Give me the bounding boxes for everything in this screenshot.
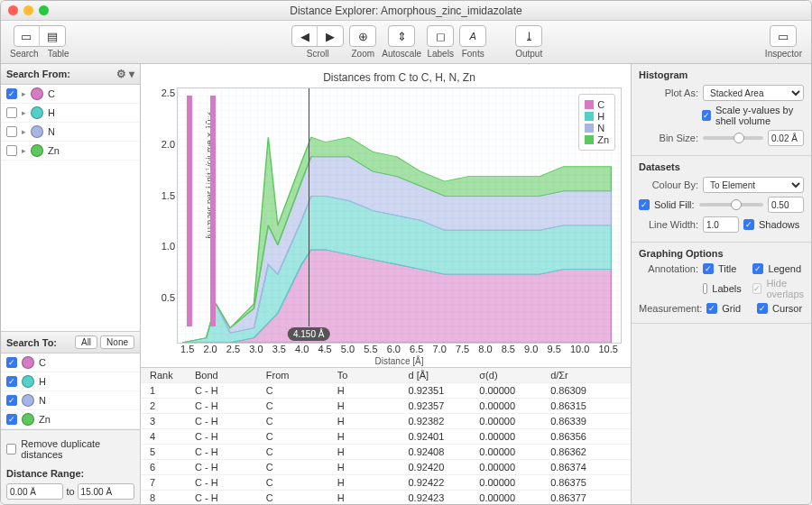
- autoscale-button[interactable]: ⇕: [389, 26, 414, 46]
- element-row[interactable]: ✓ Zn: [1, 410, 140, 429]
- cursor-cb-label: Cursor: [772, 303, 802, 314]
- stacked-area-svg: [178, 88, 621, 343]
- search-from-list: ✓ ▸ C ▸ H ▸ N ▸ Zn: [1, 85, 140, 331]
- range-to-word: to: [66, 486, 74, 497]
- colour-by-select[interactable]: To Element: [703, 177, 804, 193]
- shadows-label: Shadows: [759, 219, 799, 230]
- element-checkbox[interactable]: ✓: [6, 357, 17, 368]
- all-button[interactable]: All: [75, 335, 97, 349]
- disclosure-icon[interactable]: ▸: [22, 108, 26, 117]
- cursor-line[interactable]: [309, 88, 309, 326]
- element-symbol: Zn: [48, 145, 60, 156]
- scale-shell-checkbox[interactable]: ✓: [702, 110, 711, 121]
- window-title: Distance Explorer: Amorphous_zinc_imidaz…: [1, 5, 811, 17]
- title-checkbox[interactable]: ✓: [703, 263, 714, 274]
- table-row[interactable]: 3C - HCH0.923820.000000.86339: [141, 414, 631, 429]
- grid-checkbox[interactable]: ✓: [706, 303, 717, 314]
- disclosure-icon[interactable]: ▸: [22, 89, 26, 98]
- bin-size-value[interactable]: 0.02 Å: [768, 130, 804, 146]
- range-to-input[interactable]: [78, 483, 134, 500]
- scroll-right-button[interactable]: ▶: [318, 26, 343, 46]
- gear-icon[interactable]: ⚙︎ ▾: [116, 68, 134, 80]
- element-checkbox[interactable]: ✓: [6, 88, 17, 99]
- plot-as-select[interactable]: Stacked Area: [703, 85, 804, 101]
- disclosure-icon[interactable]: ▸: [22, 146, 26, 155]
- element-row[interactable]: ✓ C: [1, 354, 140, 372]
- element-swatch-icon: [31, 87, 43, 100]
- x-ticks: 1.52.02.53.03.54.04.55.05.56.06.57.07.58…: [177, 344, 622, 354]
- solid-fill-slider[interactable]: [699, 203, 763, 207]
- titlebar: Distance Explorer: Amorphous_zinc_imidaz…: [1, 1, 811, 21]
- cursor-checkbox[interactable]: ✓: [757, 303, 768, 314]
- line-width-value[interactable]: 1.0: [703, 216, 739, 233]
- bin-size-label: Bin Size:: [639, 133, 698, 143]
- element-symbol: Zn: [39, 414, 51, 425]
- element-symbol: H: [48, 107, 55, 118]
- shadows-checkbox[interactable]: ✓: [743, 219, 754, 230]
- table-row[interactable]: 7C - HCH0.924220.000000.86375: [141, 475, 631, 491]
- element-swatch-icon: [31, 144, 43, 157]
- element-checkbox[interactable]: [6, 126, 17, 137]
- labels-cb-label: Labels: [712, 283, 741, 294]
- fonts-button[interactable]: A: [460, 26, 485, 46]
- table-row[interactable]: 4C - HCH0.924010.000000.86356: [141, 429, 631, 445]
- search-to-list: ✓ C ✓ H ✓ N ✓ Zn: [1, 354, 140, 429]
- labels-label: Labels: [427, 49, 453, 59]
- output-button[interactable]: ⤓: [516, 26, 541, 46]
- element-swatch-icon: [31, 106, 43, 119]
- element-row[interactable]: ✓ N: [1, 391, 140, 410]
- element-checkbox[interactable]: [6, 107, 17, 118]
- solid-fill-value[interactable]: 0.50: [768, 197, 804, 213]
- range-from-input[interactable]: [6, 483, 63, 500]
- legend: CHNZn: [578, 94, 615, 151]
- solid-fill-checkbox[interactable]: ✓: [639, 199, 650, 210]
- search-panel-button[interactable]: ▭: [14, 26, 40, 46]
- line-width-label: Line Width:: [639, 219, 698, 230]
- element-symbol: N: [48, 126, 55, 137]
- bin-size-slider[interactable]: [703, 136, 763, 140]
- y-ticks: 2.52.01.51.00.5: [153, 87, 175, 344]
- element-row[interactable]: ✓ H: [1, 372, 140, 391]
- element-row[interactable]: ✓ ▸ C: [1, 85, 140, 104]
- element-swatch-icon: [22, 356, 34, 369]
- autoscale-label: Autoscale: [382, 49, 421, 59]
- element-checkbox[interactable]: ✓: [6, 376, 17, 387]
- results-table[interactable]: RankBondFromTod [Å]σ(d)d/Σr 1C - HCH0.92…: [141, 367, 631, 504]
- table-row[interactable]: 1C - HCH0.923510.000000.86309: [141, 383, 631, 399]
- distance-range-label: Distance Range:: [6, 468, 134, 479]
- annotation-label: Annotation:: [639, 263, 698, 274]
- labels-checkbox[interactable]: [703, 283, 707, 294]
- legend-checkbox[interactable]: ✓: [752, 263, 763, 274]
- fonts-label: Fonts: [462, 49, 484, 59]
- element-row[interactable]: ▸ H: [1, 104, 140, 123]
- element-checkbox[interactable]: ✓: [6, 395, 17, 406]
- solid-fill-label: Solid Fill:: [654, 199, 695, 210]
- plot-surface[interactable]: 4.150 Å CHNZn: [177, 87, 622, 344]
- none-button[interactable]: None: [100, 335, 134, 349]
- table-header: RankBondFromTod [Å]σ(d)d/Σr: [141, 368, 631, 383]
- table-row[interactable]: 6C - HCH0.924200.000000.86374: [141, 460, 631, 475]
- table-panel-button[interactable]: ▤: [40, 26, 65, 46]
- zoom-label: Zoom: [351, 49, 374, 59]
- measurement-label: Measurement:: [639, 303, 702, 314]
- disclosure-icon[interactable]: ▸: [22, 127, 26, 136]
- search-label: Search: [10, 49, 39, 59]
- table-row[interactable]: 8C - HCH0.924230.000000.86377: [141, 491, 631, 504]
- chart-area[interactable]: Distances from C to C, H, N, Zn Number p…: [141, 64, 631, 367]
- x-axis-label: Distance [Å]: [177, 356, 622, 366]
- element-checkbox[interactable]: ✓: [6, 414, 17, 425]
- inspector-button[interactable]: ▭: [770, 26, 796, 46]
- title-cb-label: Title: [718, 263, 736, 274]
- grid-cb-label: Grid: [722, 303, 741, 314]
- search-from-header: Search From:: [6, 69, 70, 79]
- table-row[interactable]: 5C - HCH0.924080.000000.86362: [141, 445, 631, 460]
- element-row[interactable]: ▸ N: [1, 123, 140, 142]
- element-row[interactable]: ▸ Zn: [1, 142, 140, 161]
- element-symbol: C: [48, 88, 55, 99]
- labels-button[interactable]: ◻: [428, 26, 453, 46]
- remove-dup-checkbox[interactable]: [6, 444, 16, 454]
- table-row[interactable]: 2C - HCH0.923570.000000.86315: [141, 399, 631, 414]
- scroll-left-button[interactable]: ◀: [292, 26, 318, 46]
- zoom-button[interactable]: ⊕: [350, 26, 375, 46]
- element-checkbox[interactable]: [6, 145, 17, 156]
